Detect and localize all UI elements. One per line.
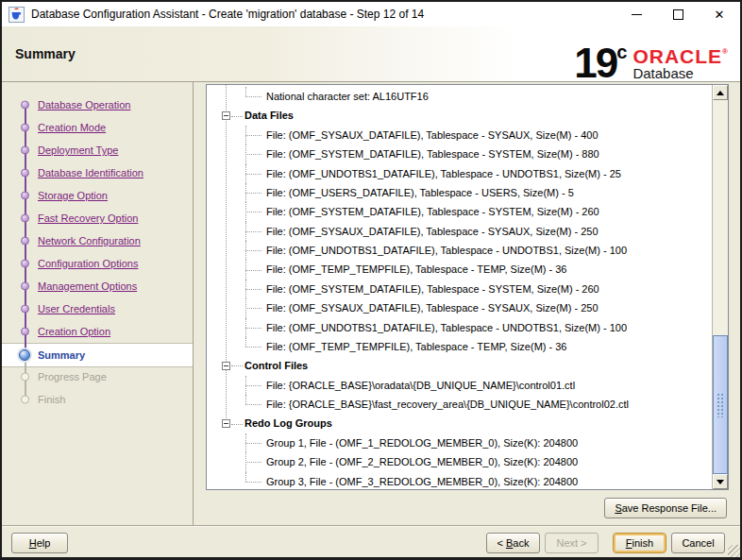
tree-row[interactable]: File: (OMF_SYSAUX_DATAFILE), Tablespace … [207,298,712,317]
sidebar-step-label: Finish [38,394,65,405]
step-dot-icon [21,328,29,336]
sidebar-step-label: Fast Recovery Option [38,212,138,224]
sidebar-step-network-configuration[interactable]: Network Configuration [2,229,193,252]
scroll-down-button[interactable] [713,474,728,489]
arrow-down-icon [717,480,724,484]
thumb-grip-icon [717,393,724,417]
tree-row[interactable]: Redo Log Groups [207,414,712,433]
arrow-up-icon [717,91,724,95]
tree-row-label: File: (OMF_TEMP_TEMPFILE), Tablespace - … [207,260,712,279]
tree-row[interactable]: File: (OMF_USERS_DATAFILE), Tablespace -… [207,183,712,202]
tree-row[interactable]: File: (OMF_UNDOTBS1_DATAFILE), Tablespac… [207,318,712,337]
tree-row-label: File: (OMF_SYSAUX_DATAFILE), Tablespace … [207,298,712,317]
sidebar-step-creation-option[interactable]: Creation Option [2,320,193,343]
sidebar-step-label: Creation Option [38,326,110,337]
collapse-toggle-icon[interactable] [222,111,230,120]
tree-row[interactable]: File: {ORACLE_BASE}\fast_recovery_area\{… [207,395,712,414]
help-button[interactable]: Help [11,533,68,553]
tree-row-label: File: (OMF_SYSTEM_DATAFILE), Tablespace … [207,280,712,298]
step-connector-line-done [25,105,26,354]
sidebar-step-configuration-options[interactable]: Configuration Options [2,252,193,275]
tree-row-label: File: (OMF_TEMP_TEMPFILE), Tablespace - … [207,337,712,356]
tree-row[interactable]: National character set: AL16UTF16 [207,87,712,106]
sidebar-step-database-operation[interactable]: Database Operation [2,93,193,116]
tree-row-label: File: (OMF_UNDOTBS1_DATAFILE), Tablespac… [207,241,712,260]
tree-row-label: File: (OMF_SYSTEM_DATAFILE), Tablespace … [207,202,712,221]
tree-row-label: Group 2, File - (OMF_2_REDOLOG_MEMBER_0)… [207,452,712,471]
resize-grip[interactable] [728,545,740,557]
scrollbar-thumb[interactable] [713,335,728,474]
tree-row[interactable]: Group 2, File - (OMF_2_REDOLOG_MEMBER_0)… [207,452,712,471]
tree-row[interactable]: Group 3, File - (OMF_3_REDOLOG_MEMBER_0)… [207,472,712,490]
tree-row-label: File: (OMF_SYSTEM_DATAFILE), Tablespace … [207,144,712,163]
sidebar-step-database-identification[interactable]: Database Identification [2,161,193,184]
minimize-button[interactable] [616,2,657,26]
sidebar-step-user-credentials[interactable]: User Credentials [2,297,193,320]
cancel-button[interactable]: Cancel [671,533,725,553]
sidebar-step-creation-mode[interactable]: Creation Mode [2,116,193,139]
tree-row[interactable]: File: {ORACLE_BASE}\oradata\{DB_UNIQUE_N… [207,376,712,395]
back-button[interactable]: < Back [486,533,540,553]
vertical-scrollbar[interactable] [712,85,728,489]
collapse-toggle-icon[interactable] [222,362,230,370]
tree-row-label: File: (OMF_UNDOTBS1_DATAFILE), Tablespac… [207,164,712,183]
sidebar-step-progress-page: Progress Page [2,365,193,388]
content-area: National character set: AL16UTF16 Data F… [194,82,740,525]
tree-row-label: File: (OMF_SYSAUX_DATAFILE), Tablespace … [207,126,712,144]
sidebar-step-deployment-type[interactable]: Deployment Type [2,139,193,161]
sidebar-step-label: Deployment Type [38,144,118,156]
step-dot-icon [21,214,29,223]
tree-row[interactable]: Group 1, File - (OMF_1_REDOLOG_MEMBER_0)… [207,433,712,452]
logo-product: Database [632,66,729,81]
next-button: Next > [545,533,599,553]
save-response-file-button[interactable]: Save Response File... [604,498,727,518]
tree-row[interactable]: File: (OMF_SYSTEM_DATAFILE), Tablespace … [207,280,712,298]
sidebar-step-management-options[interactable]: Management Options [2,275,193,297]
step-dot-icon [21,146,29,155]
tree-row[interactable]: File: (OMF_SYSTEM_DATAFILE), Tablespace … [207,202,712,221]
sidebar-step-label: Progress Page [38,371,107,382]
step-dot-icon [21,237,29,246]
tree-row[interactable]: File: (OMF_SYSAUX_DATAFILE), Tablespace … [207,126,712,144]
tree-row[interactable]: File: (OMF_UNDOTBS1_DATAFILE), Tablespac… [207,164,712,183]
wizard-steps: Database Operation Creation Mode Deploym… [2,82,193,525]
close-icon: ✕ [715,8,725,21]
logo-brand-block: ORACLE® Database [632,42,729,84]
tree-row[interactable]: Control Files [207,356,712,375]
finish-button[interactable]: Finish [613,533,666,553]
sidebar-step-storage-option[interactable]: Storage Option [2,184,193,207]
wizard-header: Summary 19c ORACLE® Database [2,26,740,82]
close-button[interactable]: ✕ [699,2,740,26]
sidebar-step-label: Summary [38,349,85,361]
step-dot-icon [21,396,29,404]
tree-row[interactable]: File: (OMF_SYSTEM_DATAFILE), Tablespace … [207,144,712,163]
tree-row[interactable]: File: (OMF_TEMP_TEMPFILE), Tablespace - … [207,337,712,356]
maximize-button[interactable] [657,2,699,26]
collapse-toggle-icon[interactable] [222,419,230,428]
step-dot-icon [21,192,29,200]
tree-row-label: File: (OMF_SYSAUX_DATAFILE), Tablespace … [207,222,712,241]
sidebar-step-label: Configuration Options [38,258,138,269]
sidebar-step-label: Database Identification [38,167,143,178]
tree-row-label: Redo Log Groups [207,414,712,433]
step-dot-icon [21,373,29,382]
tree-row-label: Group 1, File - (OMF_1_REDOLOG_MEMBER_0)… [207,433,712,452]
step-dot-icon [21,101,29,110]
tree-row[interactable]: File: (OMF_UNDOTBS1_DATAFILE), Tablespac… [207,241,712,260]
footer-bar: Help < Back Next > Finish Cancel [2,527,740,557]
sidebar-step-summary: Summary [2,343,193,367]
tree-row-label: Group 3, File - (OMF_3_REDOLOG_MEMBER_0)… [207,472,712,490]
sidebar-step-label: Database Operation [38,99,130,110]
step-dot-icon [21,282,29,291]
oracle-wordmark: ORACLE® [632,42,729,66]
tree-row-label: File: (OMF_UNDOTBS1_DATAFILE), Tablespac… [207,318,712,337]
tree-row[interactable]: File: (OMF_SYSAUX_DATAFILE), Tablespace … [207,222,712,241]
step-dot-icon [21,169,29,178]
tree-row[interactable]: File: (OMF_TEMP_TEMPFILE), Tablespace - … [207,260,712,279]
tree-row[interactable]: Data Files [207,106,712,125]
scroll-up-button[interactable] [713,85,728,100]
page-title: Summary [15,46,76,61]
step-dot-icon [19,349,30,361]
tree-row-label: File: (OMF_USERS_DATAFILE), Tablespace -… [207,183,712,202]
sidebar-step-fast-recovery-option[interactable]: Fast Recovery Option [2,207,193,229]
